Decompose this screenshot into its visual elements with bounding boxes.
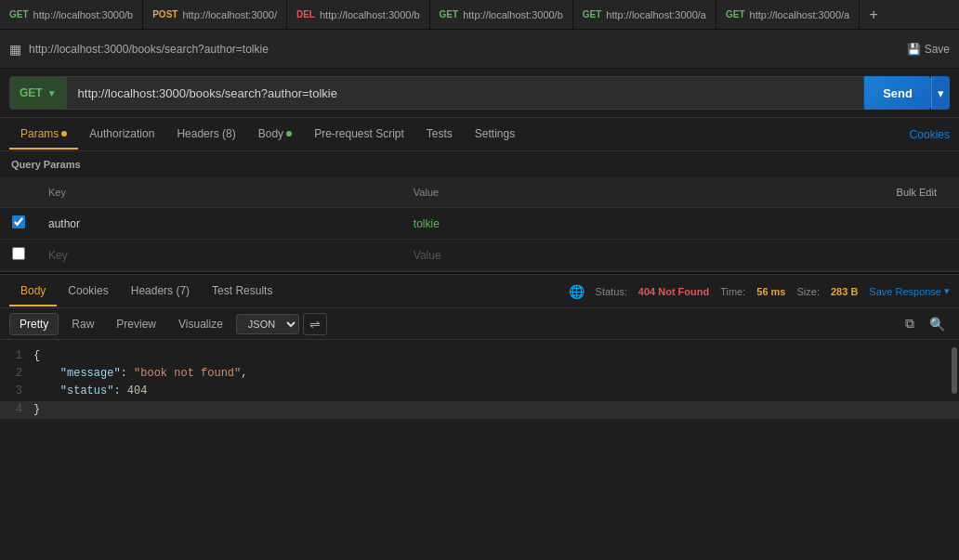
bulk-edit-button[interactable]: Bulk Edit <box>886 183 948 202</box>
response-tabs: Body Cookies Headers (7) Test Results 🌐 … <box>0 275 959 308</box>
save-response-chevron-icon: ▾ <box>944 285 950 297</box>
row1-checkbox[interactable] <box>12 215 25 228</box>
response-tab-headers[interactable]: Headers (7) <box>120 277 201 306</box>
format-pretty-button[interactable]: Pretty <box>9 313 59 335</box>
size-value: 283 B <box>831 286 858 297</box>
line-content-2: "message": "book not found", <box>33 365 959 383</box>
cookies-link[interactable]: Cookies <box>910 128 950 141</box>
method-chevron-icon: ▼ <box>47 88 57 98</box>
method-select[interactable]: GET ▼ <box>9 76 66 110</box>
send-button[interactable]: Send <box>864 76 931 110</box>
value-col-header: Value <box>402 177 768 208</box>
tab-method-1: GET <box>9 9 29 20</box>
time-label: Time: <box>720 286 745 297</box>
row1-checkbox-cell <box>0 208 37 240</box>
tab-params[interactable]: Params <box>9 120 78 150</box>
code-line-2: 2 "message": "book not found", <box>0 365 959 383</box>
tab-url-4: http://localhost:3000/b <box>463 9 563 20</box>
table-row <box>0 240 959 271</box>
tab-item-3[interactable]: DEL http://localhost:3000/b <box>287 0 430 29</box>
method-value: GET <box>20 86 43 99</box>
format-bar: Pretty Raw Preview Visualize JSON XML HT… <box>0 308 959 340</box>
url-input[interactable] <box>66 76 865 110</box>
tab-headers[interactable]: Headers (8) <box>165 120 246 150</box>
line-content-4: } <box>33 401 959 419</box>
status-label: Status: <box>596 286 627 297</box>
row2-value-cell <box>402 240 768 271</box>
row2-checkbox[interactable] <box>12 247 25 260</box>
tab-prerequest[interactable]: Pre-request Script <box>303 120 415 150</box>
tab-item-6[interactable]: GET http://localhost:3000/a <box>716 0 860 29</box>
row1-value-cell <box>402 208 768 240</box>
tab-item-5[interactable]: GET http://localhost:3000/a <box>573 0 716 29</box>
tab-method-5: GET <box>583 9 602 20</box>
row2-value-input[interactable] <box>402 241 768 269</box>
size-label: Size: <box>797 286 820 297</box>
status-code: 404 Not Found <box>638 286 709 297</box>
format-bar-right: ⧉ 🔍 <box>900 313 950 334</box>
copy-button[interactable]: ⧉ <box>900 313 919 334</box>
tab-method-4: GET <box>440 9 459 20</box>
tab-tests[interactable]: Tests <box>415 120 464 150</box>
row2-checkbox-cell <box>0 240 37 271</box>
format-preview-button[interactable]: Preview <box>107 314 165 334</box>
body-dot <box>286 131 292 137</box>
code-line-3: 3 "status": 404 <box>0 383 959 400</box>
request-bar: GET ▼ Send ▾ <box>0 69 959 118</box>
address-bar: ▦ http://localhost:3000/books/search?aut… <box>0 30 959 69</box>
tab-url-5: http://localhost:3000/a <box>606 9 706 20</box>
tab-method-3: DEL <box>296 9 315 20</box>
tab-item-1[interactable]: GET http://localhost:3000/b <box>0 0 143 29</box>
checkbox-col-header <box>0 177 37 208</box>
tab-bar: GET http://localhost:3000/b POST http://… <box>0 0 959 30</box>
globe-icon: 🌐 <box>569 284 585 299</box>
tab-authorization[interactable]: Authorization <box>78 120 165 150</box>
tab-url-2: http://localhost:3000/ <box>182 9 277 20</box>
wrap-lines-button[interactable]: ⇌ <box>303 313 327 335</box>
tab-item-4[interactable]: GET http://localhost:3000/b <box>430 0 573 29</box>
line-num-2: 2 <box>0 365 33 383</box>
save-button[interactable]: 💾 Save <box>907 43 950 56</box>
add-tab-button[interactable]: + <box>860 0 887 29</box>
table-row <box>0 208 959 240</box>
save-response-label: Save Response <box>869 286 941 297</box>
line-num-3: 3 <box>0 383 33 400</box>
tab-method-2: POST <box>152 9 177 20</box>
search-button[interactable]: 🔍 <box>925 313 950 334</box>
tab-body[interactable]: Body <box>247 120 303 150</box>
format-raw-button[interactable]: Raw <box>62 314 103 334</box>
send-dropdown-button[interactable]: ▾ <box>931 76 950 110</box>
line-num-4: 4 <box>0 401 33 419</box>
response-tab-body[interactable]: Body <box>9 277 57 306</box>
params-dot <box>61 131 67 137</box>
line-content-1: { <box>33 347 959 365</box>
tab-url-1: http://localhost:3000/b <box>33 9 134 20</box>
code-line-4: 4 } <box>0 401 959 419</box>
row2-key-input[interactable] <box>37 241 402 269</box>
query-params-title: Query Params <box>0 151 959 177</box>
params-table: Key Value Bulk Edit <box>0 177 959 271</box>
save-label: Save <box>925 43 950 56</box>
row1-value-input[interactable] <box>402 210 768 238</box>
bulk-edit-col-header: Bulk Edit <box>768 177 959 208</box>
app-icon: ▦ <box>9 42 21 57</box>
tab-settings[interactable]: Settings <box>464 120 526 150</box>
code-line-1: 1 { <box>0 347 959 365</box>
format-type-select[interactable]: JSON XML HTML Text <box>236 314 299 334</box>
row1-key-input[interactable] <box>37 210 402 238</box>
format-visualize-button[interactable]: Visualize <box>169 314 232 334</box>
time-value: 56 ms <box>756 286 785 297</box>
params-section: Query Params Key Value Bulk Edit <box>0 151 959 271</box>
save-response-button[interactable]: Save Response ▾ <box>869 285 950 297</box>
line-content-3: "status": 404 <box>33 383 959 400</box>
response-tab-cookies[interactable]: Cookies <box>57 277 119 306</box>
row2-key-cell <box>37 240 402 271</box>
address-url: http://localhost:3000/books/search?autho… <box>29 43 900 56</box>
key-col-header: Key <box>37 177 402 208</box>
save-icon: 💾 <box>907 43 921 56</box>
row1-key-cell <box>37 208 402 240</box>
tab-item-2[interactable]: POST http://localhost:3000/ <box>143 0 287 29</box>
response-tab-test-results[interactable]: Test Results <box>201 277 283 306</box>
scrollbar-thumb[interactable] <box>952 347 957 394</box>
tab-url-3: http://localhost:3000/b <box>320 9 420 20</box>
